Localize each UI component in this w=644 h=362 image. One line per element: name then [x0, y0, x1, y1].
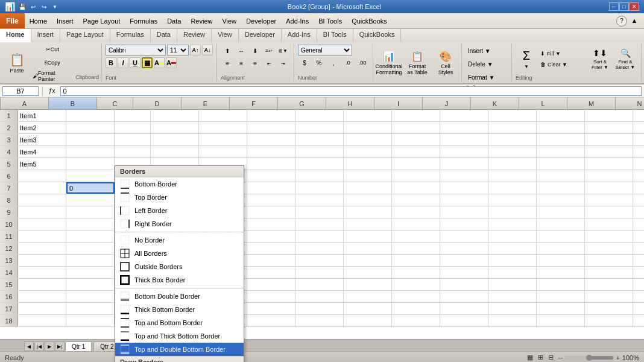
copy-btn[interactable]: ⎘ Copy: [30, 57, 75, 69]
cell-i4[interactable]: [392, 146, 440, 157]
menu-data[interactable]: Data: [162, 15, 186, 27]
top-double-bottom-border-item[interactable]: Top and Double Bottom Border: [115, 343, 244, 356]
paste-btn[interactable]: 📋 Paste: [5, 45, 29, 81]
row-header[interactable]: 1: [0, 110, 18, 121]
cell-n5[interactable]: [633, 158, 644, 170]
cell-k6[interactable]: [488, 170, 537, 182]
wrap-text-btn[interactable]: ≡↩: [262, 45, 276, 57]
view-normal-btn[interactable]: ▦: [527, 354, 533, 361]
formula-input[interactable]: [60, 86, 642, 96]
cell-g2[interactable]: [295, 122, 344, 133]
cell-n2[interactable]: [633, 122, 644, 133]
cell-j1[interactable]: [440, 110, 488, 121]
cell-d2[interactable]: [151, 122, 199, 133]
cell-g3[interactable]: [295, 134, 344, 145]
row-header[interactable]: 5: [0, 158, 18, 170]
align-right-btn[interactable]: ≡: [248, 57, 262, 69]
cell-a1[interactable]: Item1: [18, 110, 66, 121]
all-borders-item[interactable]: All Borders: [115, 247, 244, 260]
cell-m6[interactable]: [585, 170, 633, 182]
cell-g5[interactable]: [295, 158, 344, 170]
cut-btn[interactable]: ✂ Cut: [30, 43, 75, 56]
col-header-e[interactable]: E: [182, 98, 230, 109]
cell-c4[interactable]: [115, 146, 151, 157]
cell-d3[interactable]: [151, 134, 199, 145]
cell-n3[interactable]: [633, 134, 644, 145]
menu-formulas[interactable]: Formulas: [125, 15, 162, 27]
menu-addins[interactable]: Add-Ins: [281, 15, 314, 27]
fill-btn[interactable]: ⬇ Fill ▼: [538, 49, 587, 59]
tab-bi-tools[interactable]: BI Tools: [317, 29, 353, 42]
cell-n4[interactable]: [633, 146, 644, 157]
cell-i1[interactable]: [392, 110, 440, 121]
bottom-double-border-item[interactable]: Bottom Double Border: [115, 290, 244, 303]
cell-d1[interactable]: [151, 110, 199, 121]
function-wizard-btn[interactable]: ƒx: [46, 87, 58, 94]
tab-qtr1[interactable]: Qtr 1: [65, 341, 92, 351]
decrease-font-btn[interactable]: A↓: [202, 45, 213, 56]
row-header[interactable]: 15: [0, 279, 18, 290]
cell-h4[interactable]: [344, 146, 392, 157]
merge-center-btn[interactable]: ⊞▼: [276, 45, 290, 57]
cell-h1[interactable]: [344, 110, 392, 121]
col-header-b[interactable]: B: [49, 98, 97, 109]
no-border-item[interactable]: No Border: [115, 233, 244, 247]
cell-a3[interactable]: Item3: [18, 134, 66, 145]
cell-n7[interactable]: [633, 182, 644, 194]
italic-btn[interactable]: I: [118, 57, 128, 68]
cell-j5[interactable]: [440, 158, 488, 170]
cell-n6[interactable]: [633, 170, 644, 182]
minimize-ribbon-btn[interactable]: ▲: [630, 16, 639, 25]
thick-bottom-border-item[interactable]: Thick Bottom Border: [115, 303, 244, 316]
increase-decimal-btn[interactable]: .00: [356, 57, 369, 69]
cell-f6[interactable]: [247, 170, 295, 182]
cell-m2[interactable]: [585, 122, 633, 133]
font-color-btn[interactable]: A: [166, 57, 177, 68]
cell-c1[interactable]: [115, 110, 151, 121]
tab-developer[interactable]: Developer: [239, 29, 282, 42]
comma-btn[interactable]: ,: [327, 57, 340, 69]
cell-j3[interactable]: [440, 134, 488, 145]
cell-m7[interactable]: [585, 182, 633, 194]
cell-f1[interactable]: [247, 110, 295, 121]
cell-f5[interactable]: [247, 158, 295, 170]
zoom-minus[interactable]: ─: [558, 354, 563, 361]
row-header[interactable]: 11: [0, 230, 18, 242]
cell-g4[interactable]: [295, 146, 344, 157]
increase-font-btn[interactable]: A↑: [190, 45, 201, 56]
cell-h6[interactable]: [344, 170, 392, 182]
font-name-select[interactable]: Calibri: [106, 45, 166, 56]
view-pagelayout-btn[interactable]: ⊞: [538, 354, 543, 361]
cell-e2[interactable]: [199, 122, 247, 133]
cell-styles-btn[interactable]: 🎨 CellStyles: [432, 46, 459, 80]
format-btn[interactable]: Format ▼: [466, 71, 508, 83]
menu-page-layout[interactable]: Page Layout: [78, 15, 125, 27]
col-header-i[interactable]: I: [374, 98, 423, 109]
tab-formulas[interactable]: Formulas: [110, 29, 151, 42]
cell-j2[interactable]: [440, 122, 488, 133]
sheet-nav-next[interactable]: ▶: [45, 341, 54, 351]
row-header[interactable]: 3: [0, 134, 18, 145]
cell-a7[interactable]: [18, 182, 66, 194]
cell-l1[interactable]: [537, 110, 585, 121]
cell-l4[interactable]: [537, 146, 585, 157]
top-bottom-border-item[interactable]: Top and Bottom Border: [115, 316, 244, 329]
menu-quickbooks[interactable]: QuickBooks: [347, 15, 392, 27]
cell-b1[interactable]: [66, 110, 115, 121]
top-border-item[interactable]: Top Border: [115, 191, 244, 204]
col-header-f[interactable]: F: [230, 98, 278, 109]
cell-b5[interactable]: [66, 158, 115, 170]
tab-page-layout[interactable]: Page Layout: [60, 29, 110, 42]
tab-quickbooks[interactable]: QuickBooks: [353, 29, 402, 42]
align-top-btn[interactable]: ⬆: [221, 45, 234, 57]
cell-c3[interactable]: [115, 134, 151, 145]
cell-h3[interactable]: [344, 134, 392, 145]
underline-btn[interactable]: U: [130, 57, 140, 68]
quick-access-redo[interactable]: ↪: [39, 2, 49, 11]
col-header-d[interactable]: D: [133, 98, 182, 109]
cell-m1[interactable]: [585, 110, 633, 121]
cell-l3[interactable]: [537, 134, 585, 145]
cell-i5[interactable]: [392, 158, 440, 170]
col-header-n[interactable]: N: [616, 98, 644, 109]
percent-btn[interactable]: %: [312, 57, 326, 69]
